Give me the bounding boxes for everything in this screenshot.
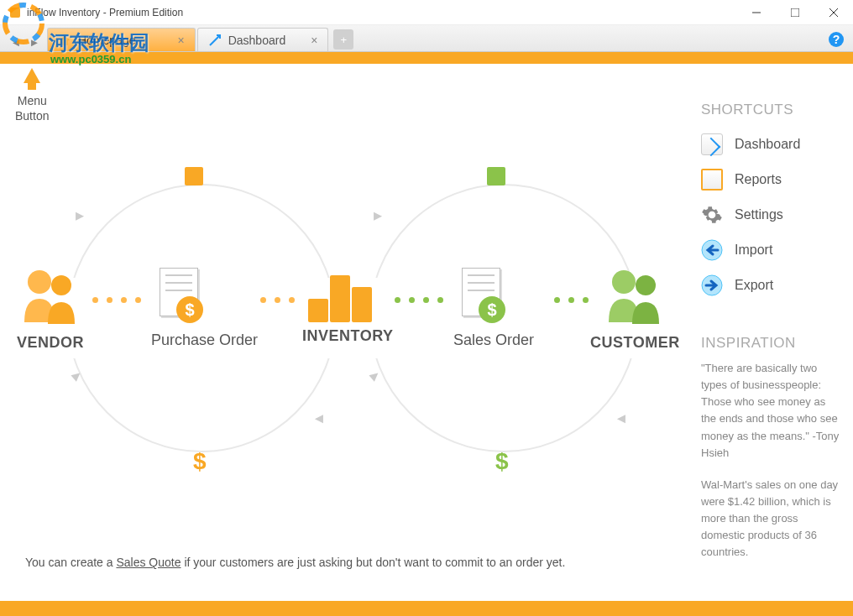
arc-arrowhead-icon: ▸	[617, 410, 625, 431]
shortcut-reports[interactable]: Reports	[701, 162, 841, 197]
inspiration-heading: INSPIRATION	[701, 335, 841, 352]
help-button[interactable]: ?	[828, 31, 845, 48]
flow-node-purchase-order[interactable]: $ Purchase Order	[151, 268, 258, 349]
flow-node-vendor[interactable]: VENDOR	[13, 264, 88, 352]
flow-diagram: ▸ ▸ ▸ ▸ ▸ ▸ $ $ VENDOR	[17, 159, 672, 561]
shortcut-label: Reports	[735, 172, 782, 187]
flow-dots	[395, 297, 443, 303]
shortcut-label: Import	[735, 243, 772, 258]
dashboard-icon	[208, 34, 222, 47]
inspiration-quote-2: Wal-Mart's sales on one day were $1.42 b…	[701, 477, 841, 561]
sales-order-icon: $	[453, 268, 512, 326]
customer-label: CUSTOMER	[590, 334, 680, 352]
dollar-icon[interactable]: $	[193, 448, 207, 475]
arc-arrowhead-icon: ▸	[76, 205, 84, 225]
vendor-icon	[13, 264, 88, 326]
customer-icon	[597, 264, 672, 326]
shortcut-export[interactable]: Export	[701, 268, 841, 303]
shortcut-import[interactable]: Import	[701, 232, 841, 268]
flow-node-inventory[interactable]: INVENTORY	[302, 264, 394, 345]
arc-arrowhead-icon: ▸	[315, 410, 323, 431]
tab-homepage[interactable]: Homepage ×	[47, 28, 196, 51]
svg-text:?: ?	[833, 33, 840, 46]
dashboard-icon	[701, 133, 723, 155]
titlebar: inFlow Inventory - Premium Edition	[0, 0, 853, 25]
minimize-button[interactable]	[737, 0, 776, 25]
inspiration-quote-1: "There are basically two types of busine…	[701, 360, 841, 462]
divider-bottom	[0, 601, 853, 616]
svg-rect-2	[10, 8, 20, 18]
flow-marker-box[interactable]	[487, 167, 505, 185]
svg-point-10	[51, 275, 71, 295]
svg-point-12	[636, 275, 656, 295]
tab-close-icon[interactable]: ×	[178, 34, 185, 47]
flow-marker-box[interactable]	[185, 167, 203, 185]
vendor-label: VENDOR	[13, 334, 88, 352]
import-icon	[701, 239, 723, 261]
home-icon	[58, 34, 71, 47]
sales-quote-link[interactable]: Sales Quote	[116, 556, 181, 569]
tip-prefix: You can create a	[25, 556, 116, 569]
gear-icon	[701, 204, 723, 226]
svg-rect-4	[791, 8, 799, 17]
purchase-order-icon: $	[151, 268, 210, 326]
sidebar: SHORTCUTS Dashboard Reports Settings Imp…	[689, 64, 853, 601]
divider-top	[0, 52, 853, 64]
shortcuts-heading: SHORTCUTS	[701, 102, 841, 118]
tip-text: You can create a Sales Quote if your cus…	[25, 556, 565, 569]
tab-close-icon[interactable]: ×	[311, 34, 317, 47]
flow-node-sales-order[interactable]: $ Sales Order	[453, 268, 534, 349]
tab-dashboard[interactable]: Dashboard ×	[197, 28, 329, 51]
menu-button-hint: Menu Button	[15, 68, 49, 123]
window-title: inFlow Inventory - Premium Edition	[27, 7, 737, 18]
shortcut-label: Settings	[735, 207, 783, 222]
maximize-button[interactable]	[776, 0, 814, 25]
sales-order-label: Sales Order	[453, 331, 534, 349]
arrow-up-icon	[24, 68, 40, 83]
inventory-label: INVENTORY	[302, 327, 394, 345]
flow-dots	[260, 297, 295, 303]
tab-label: Homepage	[78, 34, 136, 47]
svg-point-11	[612, 270, 636, 294]
close-button[interactable]	[814, 0, 853, 25]
tab-label: Dashboard	[228, 34, 286, 47]
shortcut-label: Export	[735, 278, 773, 293]
arc-arrowhead-icon: ▸	[374, 205, 382, 225]
inventory-icon	[302, 264, 378, 322]
svg-point-9	[28, 270, 51, 294]
shortcut-label: Dashboard	[735, 137, 800, 152]
menu-label-line2: Button	[15, 108, 49, 123]
dollar-icon[interactable]: $	[495, 448, 509, 475]
reports-icon	[701, 169, 723, 191]
menu-label-line1: Menu	[15, 93, 49, 108]
flow-node-customer[interactable]: CUSTOMER	[590, 264, 680, 352]
flow-dots	[554, 297, 589, 303]
shortcut-settings[interactable]: Settings	[701, 197, 841, 232]
nav-back-button[interactable]: ◄	[7, 33, 25, 51]
nav-forward-button[interactable]: ►	[25, 33, 44, 51]
tip-suffix: if your customers are just asking but do…	[181, 556, 566, 569]
shortcut-dashboard[interactable]: Dashboard	[701, 127, 841, 162]
new-tab-button[interactable]: +	[333, 29, 353, 50]
tabbar: ◄ ► Homepage × Dashboard × + ?	[0, 25, 853, 52]
app-icon	[8, 6, 22, 19]
flow-dots	[92, 297, 141, 303]
purchase-order-label: Purchase Order	[151, 331, 258, 349]
export-icon	[701, 274, 723, 296]
